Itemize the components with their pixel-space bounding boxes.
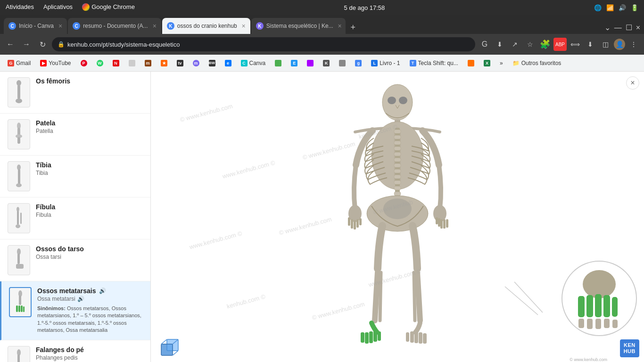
bookmark-bw[interactable]: BW [205, 57, 219, 69]
bookmark-b6[interactable] [464, 57, 478, 69]
tab-close-canva[interactable]: × [58, 22, 62, 30]
bookmark-pinterest[interactable]: P [77, 57, 91, 69]
bookmark-canva[interactable]: C Canva [237, 57, 270, 69]
maximize-icon[interactable]: ☐ [626, 23, 632, 32]
atividades-menu[interactable]: Atividades [6, 3, 34, 12]
bookmark-mango[interactable]: m [141, 57, 155, 69]
sidebar-item-tarso[interactable]: Ossos do tarso Ossa tarsi [0, 239, 150, 281]
extension-translate[interactable]: ⟺ [569, 38, 582, 51]
svg-point-2 [16, 99, 22, 103]
sidebar-item-tibia[interactable]: Tíbia Tibia [0, 156, 150, 197]
bookmark-favicon-bw: BW [209, 60, 215, 66]
bookmark-livro[interactable]: L Livro - 1 [367, 57, 404, 69]
more-menu[interactable]: ⋮ [627, 38, 640, 51]
sidebar-item-falanges[interactable]: Falanges do pé Phalanges pedis [0, 340, 150, 362]
url-display: kenhub.com/pt/study/sistema-esqueletico [67, 41, 180, 48]
sidebar-text-falanges: Falanges do pé Phalanges pedis [36, 346, 143, 361]
sidebar-text-tibia: Tíbia Tibia [36, 161, 143, 176]
svg-rect-70 [365, 332, 369, 344]
audio-icon-latin[interactable]: 🔊 [77, 296, 84, 302]
extension-download2[interactable]: ⬇ [584, 38, 597, 51]
sidebar-item-metatarsais[interactable]: Ossos metatarsais 🔊 Ossa metatarsi 🔊 Sin… [0, 281, 150, 340]
tab-label-resumo: resumo - Documento (A... [83, 23, 148, 29]
bookmark-b4[interactable] [335, 57, 349, 69]
back-button[interactable]: ← [4, 38, 17, 51]
bookmark-b2[interactable] [271, 57, 285, 69]
tab-favicon-canva: C [8, 22, 16, 30]
svg-rect-66 [446, 219, 448, 228]
extensions-icon[interactable]: 🧩 [538, 38, 552, 51]
svg-rect-74 [406, 332, 409, 342]
profile-icon[interactable]: 👤 [614, 39, 625, 50]
tab-close-resumo[interactable]: × [153, 22, 157, 30]
svg-rect-51 [394, 181, 401, 184]
bookmark-m[interactable]: m [189, 57, 203, 69]
bookmark-netflix[interactable]: N [109, 57, 123, 69]
bookmark-tecla[interactable]: T Tecla Shift: qu... [406, 57, 462, 69]
minimize-icon[interactable]: — [614, 24, 622, 32]
bookmark-excel[interactable]: X [480, 57, 494, 69]
bookmark-more[interactable]: » [496, 57, 507, 69]
network-icon: 🌐 [594, 4, 602, 11]
thumb-falanges [8, 346, 30, 362]
bookmark-e2[interactable]: E [287, 57, 301, 69]
download-icon[interactable]: ⬇ [493, 38, 506, 51]
svg-line-96 [161, 339, 167, 344]
svg-point-37 [399, 97, 407, 104]
bookmark-star[interactable]: ★ [157, 57, 171, 69]
sidebar-item-femoris[interactable]: Os fêmoris [0, 72, 150, 114]
window-close-icon[interactable]: × [636, 24, 640, 32]
sidebar-item-patela[interactable]: Patela Patella [0, 114, 150, 156]
tab-list-icon[interactable]: ⌄ [604, 23, 611, 32]
audio-icon-title[interactable]: 🔊 [99, 288, 106, 294]
cube-3d-button[interactable] [160, 338, 179, 357]
aplicativos-menu[interactable]: Aplicativos [43, 3, 73, 12]
svg-rect-62 [436, 217, 438, 224]
thumb-patela [8, 119, 30, 149]
bookmark-k[interactable]: K [319, 57, 333, 69]
extension-abp[interactable]: ABP [553, 38, 567, 51]
bookmark-b5[interactable]: g [351, 57, 365, 69]
sidebar-toggle[interactable]: ◫ [599, 38, 612, 51]
bookmark-label-outros: Outros favoritos [521, 60, 561, 66]
svg-rect-24 [17, 354, 20, 362]
bookmark-icon[interactable]: ☆ [523, 38, 537, 51]
tab-close-ossos[interactable]: × [242, 22, 246, 30]
tab-close-sistema[interactable]: × [338, 22, 342, 30]
tab-canva[interactable]: C Início - Canva × [4, 18, 67, 34]
bookmark-folder[interactable]: 📁 Outros favoritos [509, 57, 565, 69]
bookmark-favicon-appletv: tv [177, 60, 183, 66]
tab-resumo[interactable]: C resumo - Documento (A... × [68, 18, 161, 34]
thumb-femoris [8, 77, 30, 107]
bookmark-b1[interactable] [125, 57, 139, 69]
sidebar-title-metatarsais: Ossos metatarsais 🔊 [37, 287, 143, 295]
tab-label-canva: Início - Canva [19, 23, 54, 29]
share-icon[interactable]: ↗ [508, 38, 521, 51]
google-icon[interactable]: G [478, 38, 491, 51]
address-input-container[interactable]: 🔒 kenhub.com/pt/study/sistema-esqueletic… [52, 37, 475, 51]
os-system-icons: 🌐 📶 🔊 🔋 [594, 4, 638, 11]
bookmark-youtube[interactable]: ▶ YouTube [36, 57, 74, 69]
tab-label-ossos: ossos do cranio kenhub [177, 23, 237, 29]
bookmark-label-tecla: Tecla Shift: qu... [418, 60, 458, 66]
close-button[interactable]: × [626, 76, 639, 90]
forward-button[interactable]: → [20, 38, 33, 51]
svg-point-36 [388, 97, 396, 104]
bookmark-favicon-netflix: N [113, 60, 119, 66]
svg-rect-60 [359, 218, 362, 225]
bookmark-whatsapp[interactable]: W [93, 57, 107, 69]
bookmark-favicon-mango: m [145, 60, 151, 66]
bookmark-gmail[interactable]: G Gmail [4, 57, 34, 69]
svg-rect-78 [423, 333, 427, 344]
bookmark-favicon-b4 [339, 60, 346, 66]
tab-ossos[interactable]: K ossos do cranio kenhub × [162, 18, 250, 34]
reload-button[interactable]: ↻ [36, 38, 49, 51]
tab-sistema[interactable]: K Sistema esquelético | Ke... × [251, 18, 346, 34]
new-tab-button[interactable]: + [347, 21, 360, 34]
svg-rect-63 [438, 218, 440, 227]
sidebar-item-fibula[interactable]: Fíbula Fibula [0, 197, 150, 239]
bookmark-b3[interactable] [303, 57, 317, 69]
svg-rect-76 [414, 331, 418, 343]
bookmark-appletv[interactable]: tv [173, 57, 187, 69]
bookmark-edge[interactable]: e [221, 57, 235, 69]
